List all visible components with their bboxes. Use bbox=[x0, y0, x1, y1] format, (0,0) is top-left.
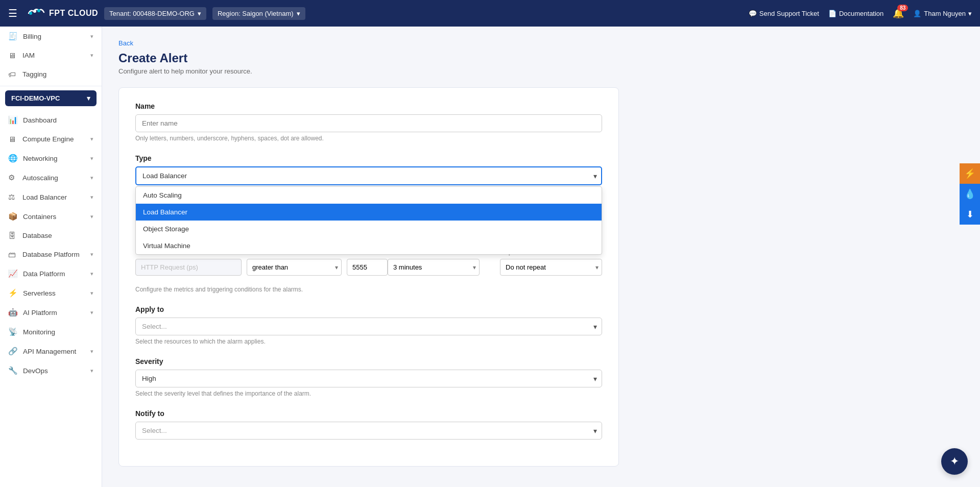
sidebar-item-serverless[interactable]: ⚡ Serverless ▾ bbox=[0, 283, 102, 303]
database-platform-icon: 🗃 bbox=[8, 250, 17, 259]
sidebar: 🧾 Billing ▾ 🖥 IAM ▾ 🏷 Tagging FCI-DEMO-V… bbox=[0, 27, 102, 487]
sidebar-item-compute-engine[interactable]: 🖥 Compute Engine ▾ bbox=[0, 130, 102, 149]
logo: FPT CLOUD bbox=[27, 7, 98, 19]
sidebar-item-data-platform[interactable]: 📈 Data Platform ▾ bbox=[0, 264, 102, 283]
repeat-time-select[interactable]: Do not repeat Every hour Every day bbox=[500, 259, 602, 276]
svg-point-0 bbox=[29, 12, 32, 15]
hamburger-icon[interactable]: ☰ bbox=[8, 7, 17, 19]
type-option-auto-scaling[interactable]: Auto Scaling bbox=[136, 187, 602, 204]
sidebar-item-devops[interactable]: 🔧 DevOps ▾ bbox=[0, 361, 102, 380]
fab-button[interactable]: ✦ bbox=[941, 448, 968, 475]
apply-to-hint: Select the resources to which the alarm … bbox=[135, 338, 602, 345]
back-button[interactable]: Back bbox=[118, 39, 133, 47]
float-btn-blue-1[interactable]: 💧 bbox=[960, 184, 980, 204]
download-icon: ⬇ bbox=[966, 209, 974, 220]
devops-chevron-icon: ▾ bbox=[90, 368, 93, 374]
sidebar-item-tagging[interactable]: 🏷 Tagging bbox=[0, 65, 102, 84]
tenant-label: Tenant: 000488-DEMO-ORG bbox=[109, 10, 195, 17]
alert-interval-select[interactable]: 3 minutes 5 minutes 10 minutes bbox=[388, 259, 480, 276]
name-input[interactable] bbox=[135, 114, 602, 132]
containers-icon: 📦 bbox=[8, 212, 18, 221]
apply-to-section: Apply to Select... ▾ Select the resource… bbox=[135, 305, 602, 345]
apply-to-label: Apply to bbox=[135, 305, 602, 313]
conditions-comparator-select[interactable]: greater than less than equal to bbox=[247, 259, 342, 276]
autoscaling-icon: ⚙ bbox=[8, 173, 17, 182]
tenant-selector[interactable]: Tenant: 000488-DEMO-ORG ▾ bbox=[104, 7, 206, 20]
type-option-object-storage[interactable]: Object Storage bbox=[136, 221, 602, 237]
compute-engine-chevron-icon: ▾ bbox=[90, 136, 93, 142]
data-platform-chevron-icon: ▾ bbox=[90, 271, 93, 277]
repeat-time-wrap: Do not repeat Every hour Every day ▾ bbox=[500, 259, 602, 276]
type-section: Type Load Balancer ▾ Auto Scaling Load B… bbox=[135, 154, 602, 185]
sidebar-item-networking[interactable]: 🌐 Networking ▾ bbox=[0, 149, 102, 168]
containers-chevron-icon: ▾ bbox=[90, 213, 93, 220]
svg-point-2 bbox=[37, 9, 40, 12]
notify-wrap: Select... ▾ bbox=[135, 422, 602, 440]
networking-icon: 🌐 bbox=[8, 154, 18, 163]
data-platform-icon: 📈 bbox=[8, 269, 18, 278]
type-dropdown[interactable]: Load Balancer bbox=[135, 166, 602, 185]
logo-text: FPT CLOUD bbox=[49, 9, 98, 18]
sidebar-item-api-management[interactable]: 🔗 API Management ▾ bbox=[0, 342, 102, 361]
page-title: Create Alert bbox=[118, 51, 964, 65]
sidebar-item-billing[interactable]: 🧾 Billing ▾ bbox=[0, 27, 102, 46]
billing-icon: 🧾 bbox=[8, 32, 18, 41]
apply-to-select[interactable]: Select... bbox=[135, 318, 602, 335]
sidebar-item-containers[interactable]: 📦 Containers ▾ bbox=[0, 207, 102, 226]
tenant-chevron-icon: ▾ bbox=[198, 10, 201, 17]
notification-button[interactable]: 🔔 83 bbox=[893, 8, 904, 19]
documentation-button[interactable]: 📄 Documentation bbox=[828, 10, 883, 17]
type-option-load-balancer[interactable]: Load Balancer bbox=[136, 204, 602, 221]
user-avatar-icon: 👤 bbox=[913, 10, 921, 17]
region-label: Region: Saigon (Vietnam) bbox=[218, 10, 294, 17]
notification-badge: 83 bbox=[897, 5, 908, 11]
vpc-selector[interactable]: FCI-DEMO-VPC ▾ bbox=[5, 90, 97, 106]
billing-chevron-icon: ▾ bbox=[90, 33, 93, 40]
api-management-icon: 🔗 bbox=[8, 347, 18, 356]
bolt-icon: ⚡ bbox=[964, 168, 975, 179]
float-btn-orange[interactable]: ⚡ bbox=[960, 163, 980, 184]
autoscaling-chevron-icon: ▾ bbox=[90, 175, 93, 181]
conditions-row: greater than less than equal to ▾ bbox=[135, 259, 388, 276]
sidebar-item-database-platform[interactable]: 🗃 Database Platform ▾ bbox=[0, 245, 102, 264]
vpc-chevron-icon: ▾ bbox=[87, 94, 90, 102]
docs-icon: 📄 bbox=[828, 10, 836, 17]
notify-section: Notify to Select... ▾ bbox=[135, 409, 602, 440]
float-btn-blue-2[interactable]: ⬇ bbox=[960, 204, 980, 225]
user-menu[interactable]: 👤 Tham Nguyen ▾ bbox=[913, 10, 972, 17]
sidebar-item-monitoring[interactable]: 📡 Monitoring bbox=[0, 322, 102, 342]
form-card: Name Only letters, numbers, underscore, … bbox=[118, 87, 619, 467]
sidebar-divider bbox=[0, 86, 102, 86]
sidebar-item-autoscaling[interactable]: ⚙ Autoscaling ▾ bbox=[0, 168, 102, 187]
notify-label: Notify to bbox=[135, 409, 602, 418]
type-dropdown-menu: Auto Scaling Load Balancer Object Storag… bbox=[135, 186, 602, 255]
conditions-comparator-wrap: greater than less than equal to ▾ bbox=[247, 259, 342, 276]
type-option-virtual-machine[interactable]: Virtual Machine bbox=[136, 237, 602, 254]
networking-chevron-icon: ▾ bbox=[90, 155, 93, 162]
conditions-value-input[interactable] bbox=[347, 259, 388, 276]
topnav: ☰ FPT CLOUD Tenant: 000488-DEMO-ORG ▾ Re… bbox=[0, 0, 980, 27]
apply-to-wrap: Select... ▾ bbox=[135, 318, 602, 335]
sidebar-item-database[interactable]: 🗄 Database bbox=[0, 226, 102, 245]
conditions-metric-input[interactable] bbox=[135, 259, 242, 276]
sidebar-item-ai-platform[interactable]: 🤖 AI Platform ▾ bbox=[0, 303, 102, 322]
sidebar-item-dashboard[interactable]: 📊 Dashboard bbox=[0, 110, 102, 130]
page-subtitle: Configure alert to help monitor your res… bbox=[118, 67, 964, 75]
name-label: Name bbox=[135, 102, 602, 110]
severity-section: Severity High Medium Low ▾ Select the se… bbox=[135, 357, 602, 397]
support-icon: 💬 bbox=[749, 10, 757, 17]
svg-point-1 bbox=[33, 10, 36, 13]
severity-select[interactable]: High Medium Low bbox=[135, 370, 602, 387]
dashboard-icon: 📊 bbox=[8, 115, 18, 125]
support-ticket-button[interactable]: 💬 Send Support Ticket bbox=[749, 10, 819, 17]
sidebar-item-iam[interactable]: 🖥 IAM ▾ bbox=[0, 46, 102, 65]
sidebar-item-load-balancer[interactable]: ⚖ Load Balancer ▾ bbox=[0, 187, 102, 207]
load-balancer-icon: ⚖ bbox=[8, 192, 17, 202]
float-right-panel: ⚡ 💧 ⬇ bbox=[960, 163, 980, 225]
region-selector[interactable]: Region: Saigon (Vietnam) ▾ bbox=[212, 7, 305, 20]
notify-select[interactable]: Select... bbox=[135, 422, 602, 440]
type-dropdown-value: Load Balancer bbox=[142, 172, 187, 180]
main-content: Back Create Alert Configure alert to hel… bbox=[102, 27, 980, 487]
severity-hint: Select the severity level that defines t… bbox=[135, 390, 602, 397]
user-chevron-icon: ▾ bbox=[968, 10, 972, 17]
